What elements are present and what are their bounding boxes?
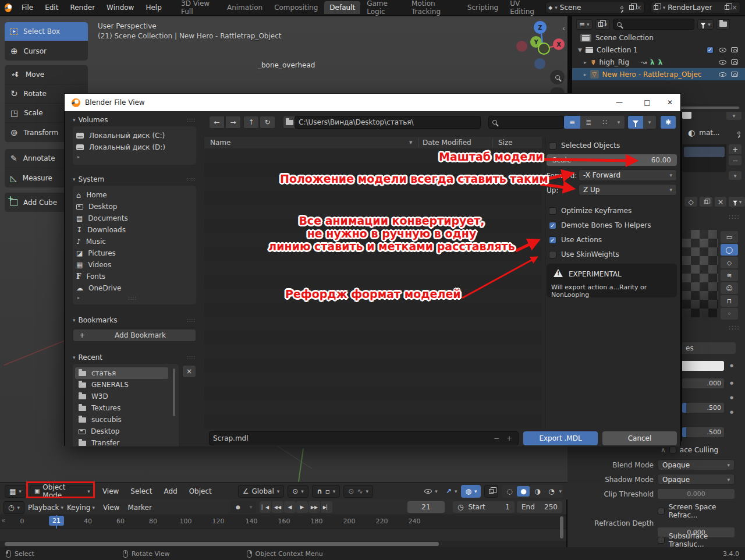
column-name[interactable]: Name (210, 139, 230, 147)
use-nodes-button[interactable]: es (682, 342, 736, 354)
timeline-tracks[interactable] (0, 529, 566, 541)
outliner-filter-mode-dropdown[interactable] (595, 19, 611, 30)
prev-keyframe-button[interactable] (272, 501, 283, 513)
outliner-row-active-object[interactable]: New Hero - Rattletrap_Objec (572, 68, 745, 80)
collection-checkbox[interactable] (707, 47, 714, 54)
workspace-tab-game-logic[interactable]: Game Logic (361, 0, 405, 18)
section-bookmarks[interactable]: Bookmarks (73, 316, 118, 324)
timeline-editor-type-button[interactable] (3, 501, 24, 514)
recent-item-succubis[interactable]: succubis (75, 414, 168, 426)
outliner-filter-button[interactable] (697, 19, 714, 30)
volume-item-c[interactable]: Локальный диск (C:) (73, 130, 187, 141)
preview-flat-button[interactable] (721, 231, 738, 243)
system-item-pictures[interactable]: Pictures (73, 247, 187, 259)
cancel-button[interactable]: Cancel (602, 431, 677, 445)
tool-select-box[interactable]: Select Box (5, 22, 88, 41)
snap-toggle[interactable] (312, 485, 340, 498)
use-skinweights-checkbox[interactable] (549, 251, 556, 258)
system-item-downloads[interactable]: Downloads (73, 224, 187, 236)
workspace-tab-default[interactable]: Default (324, 1, 360, 14)
selected-objects-checkbox[interactable] (549, 142, 556, 150)
fake-user-button[interactable] (684, 197, 697, 207)
clip-threshold-field[interactable]: 0.000 (658, 489, 735, 499)
recent-item-w3d[interactable]: W3D (75, 391, 168, 402)
dialog-titlebar[interactable]: Blender File View (65, 94, 680, 111)
tool-cursor[interactable]: Cursor (5, 41, 88, 61)
path-field[interactable]: C:\Users\Винда\Desktop\статья\ (295, 116, 481, 129)
clear-recent-button[interactable] (182, 365, 196, 378)
outliner-search-input[interactable] (613, 19, 694, 30)
panel-grip[interactable] (729, 213, 740, 221)
tool-move[interactable]: Move (5, 65, 88, 84)
forward-dropdown[interactable]: -X Forward (579, 169, 677, 181)
preview-sphere-button[interactable] (721, 244, 738, 256)
system-item-documents[interactable]: Documents (73, 212, 187, 224)
value-slider[interactable]: .000 (682, 378, 724, 388)
preview-hair-button[interactable] (721, 270, 738, 281)
column-divider[interactable] (492, 138, 493, 147)
next-keyframe-button[interactable] (308, 501, 320, 513)
system-item-desktop[interactable]: Desktop (73, 201, 187, 212)
pin-icon[interactable] (620, 6, 623, 9)
zoom-button[interactable] (550, 70, 565, 84)
material-slot-selected[interactable] (684, 147, 725, 157)
workspace-tab-animation[interactable]: Animation (222, 1, 268, 14)
menu-view[interactable]: View (98, 487, 123, 495)
value-slider[interactable]: .500 (682, 427, 724, 437)
copy-material-button[interactable] (700, 197, 712, 207)
animate-dot[interactable] (730, 381, 733, 385)
new-scene-icon[interactable] (629, 5, 634, 10)
eye-icon[interactable] (719, 48, 726, 52)
expand-channels-icon[interactable] (1, 516, 5, 524)
frame-end-field[interactable]: End 250 (517, 501, 562, 513)
close-icon[interactable] (636, 3, 642, 12)
current-frame-field[interactable]: 21 (407, 501, 445, 513)
expand-icon[interactable] (77, 154, 80, 160)
workspace-tab-scripting[interactable]: Scripting (462, 1, 503, 14)
remove-slot-button[interactable] (729, 155, 742, 165)
optimize-keyframes-checkbox[interactable] (549, 207, 556, 215)
eye-icon[interactable] (719, 72, 726, 77)
filter-button[interactable] (729, 197, 745, 207)
show-gizmo-dropdown[interactable] (420, 485, 442, 498)
outliner-row-scene-collection[interactable]: Scene Collection (572, 31, 745, 44)
menu-edit[interactable]: Edit (40, 2, 63, 13)
shading-rendered-button[interactable] (545, 486, 558, 497)
menu-help[interactable]: Help (140, 2, 166, 13)
playhead-badge[interactable]: 21 (49, 516, 64, 526)
forward-button[interactable] (225, 116, 241, 129)
material-slot-list[interactable] (682, 144, 726, 172)
options-toggle-button[interactable] (661, 116, 676, 129)
preview-cube-button[interactable] (721, 257, 738, 268)
subsurface-translucency-checkbox[interactable] (658, 537, 665, 544)
recent-item-generals[interactable]: GENERALS (75, 379, 168, 391)
frame-start-field[interactable]: Start 1 (453, 501, 515, 513)
shading-material-button[interactable] (531, 486, 544, 497)
horizontal-scrollbar[interactable] (5, 542, 439, 546)
pin-icon[interactable] (737, 132, 740, 134)
gizmo-minus-z-axis[interactable] (534, 58, 545, 69)
recent-item-desktop[interactable]: Desktop (75, 426, 168, 437)
play-reverse-button[interactable] (284, 501, 296, 513)
export-mdl-button[interactable]: Export .MDL (523, 431, 598, 445)
gizmo-z-axis[interactable]: Z (534, 21, 547, 34)
dropdown-button[interactable] (726, 111, 742, 120)
menu-file[interactable]: File (16, 2, 38, 13)
gizmo-minus-x-axis[interactable] (516, 41, 527, 52)
shading-wireframe-button[interactable] (503, 486, 516, 497)
animate-dot[interactable] (730, 363, 733, 368)
animate-dot[interactable] (730, 395, 733, 400)
expand-icon[interactable] (77, 295, 80, 300)
demote-bones-checkbox[interactable] (549, 222, 556, 229)
blend-mode-dropdown[interactable]: Opaque (658, 459, 735, 470)
menu-add[interactable]: Add (159, 487, 181, 495)
sort-icon[interactable] (409, 140, 412, 145)
close-button[interactable] (658, 98, 682, 107)
system-item-videos[interactable]: Videos (73, 259, 187, 271)
camera-icon[interactable] (731, 47, 738, 52)
outliner-display-mode-dropdown[interactable] (576, 19, 593, 30)
minimize-button[interactable] (606, 98, 633, 107)
camera-icon[interactable] (731, 72, 738, 77)
add-slot-button[interactable] (729, 144, 742, 154)
increment-button[interactable] (506, 434, 512, 442)
